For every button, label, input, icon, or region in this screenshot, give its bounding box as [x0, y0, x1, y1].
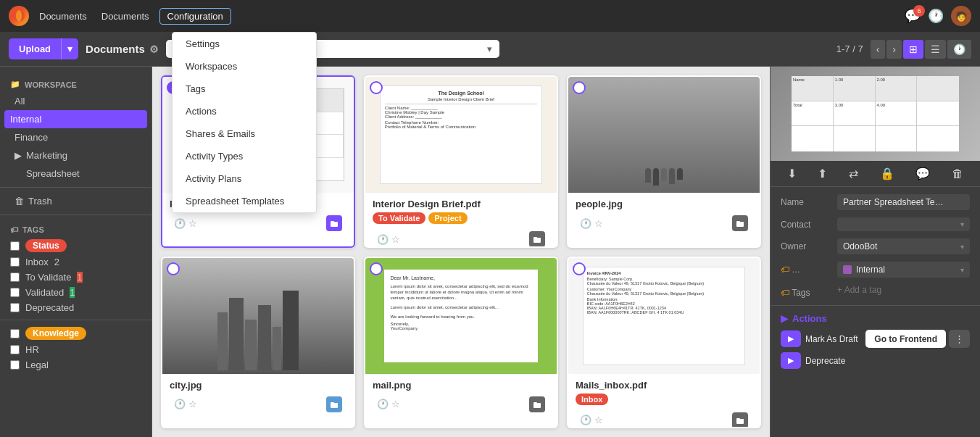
clock-action-icon-3[interactable]: 🕐 [174, 399, 186, 409]
next-page-btn[interactable]: › [886, 40, 902, 59]
tag-knowledge-checkbox[interactable] [10, 329, 20, 338]
folder-action-icon-4[interactable] [529, 396, 545, 412]
folder-action-icon-3[interactable] [326, 396, 342, 412]
clock-icon-btn[interactable]: 🕐 [928, 8, 944, 24]
nav-documents1[interactable]: Documents [35, 8, 91, 25]
menu-tags[interactable]: Tags [173, 78, 316, 100]
upload-label[interactable]: Upload [9, 38, 61, 59]
meta-name-value: Partner Spreadsheet Te… [837, 194, 970, 210]
tag-inbox-item[interactable]: Inbox 2 [0, 254, 151, 270]
folder-action-icon[interactable] [326, 215, 342, 231]
tag-to-validate-item[interactable]: To Validate 1 [0, 270, 151, 285]
doc-card-2[interactable]: people.jpg 🕐 ☆ [567, 75, 761, 248]
delete-btn[interactable]: 🗑 [952, 167, 963, 180]
tag-to-validate-checkbox[interactable] [10, 272, 20, 282]
tag-status-item[interactable]: Status [0, 237, 151, 254]
mark-as-draft-play-btn[interactable]: ▶ [781, 330, 801, 347]
sidebar-item-marketing[interactable]: ▶ Marketing [0, 146, 151, 165]
menu-activity-types[interactable]: Activity Types [173, 145, 316, 167]
prev-page-btn[interactable]: ‹ [871, 40, 886, 59]
tag-legal-checkbox[interactable] [10, 360, 20, 370]
sidebar-item-spreadsheet[interactable]: Spreadsheet [0, 165, 151, 183]
upload-dropdown-arrow[interactable]: ▾ [61, 38, 78, 59]
grid-view-btn[interactable]: ⊞ [903, 40, 923, 59]
tag-status-pill[interactable]: Status [25, 239, 67, 252]
tag-validated-item[interactable]: Validated 1 [0, 285, 151, 300]
tag-deprecated-item[interactable]: Deprecated [0, 300, 151, 315]
star-action-icon-4[interactable]: ☆ [391, 399, 400, 409]
replace-btn[interactable]: ⇄ [849, 167, 858, 180]
menu-activity-plans[interactable]: Activity Plans [173, 167, 316, 190]
chat-icon-btn[interactable]: 💬 6 [905, 8, 921, 24]
clock-action-icon[interactable]: 🕐 [174, 218, 186, 229]
clock-action-icon-4[interactable]: 🕐 [377, 399, 389, 409]
doc-check-2[interactable] [573, 81, 586, 94]
tag-hr-item[interactable]: HR [0, 342, 151, 357]
nav-configuration[interactable]: Configuration [159, 8, 231, 25]
doc-name-1: Interior Design Brief.pdf [373, 199, 549, 209]
folder-action-icon-1[interactable] [529, 231, 545, 247]
add-tag-input[interactable] [837, 285, 946, 295]
app-logo[interactable] [9, 6, 29, 26]
tag-status-checkbox[interactable] [10, 241, 20, 251]
star-action-icon-1[interactable]: ☆ [391, 234, 400, 245]
menu-settings[interactable]: Settings [173, 33, 316, 55]
tag-section-icon: 🏷 [10, 225, 18, 234]
doc-name-5: Mails_inbox.pdf [576, 380, 752, 391]
download-btn[interactable]: ⬇ [787, 167, 797, 180]
page-title-area: Documents ⚙ [86, 43, 159, 55]
nav-documents2[interactable]: Documents [97, 8, 154, 25]
doc-card-5[interactable]: Invoice #INV-2024 Beneficiary: Sample Co… [567, 257, 761, 429]
doc-card-1[interactable]: The Design School Sample Interior Design… [364, 75, 558, 248]
clock-action-icon-1[interactable]: 🕐 [377, 234, 389, 245]
share-btn[interactable]: ⬆ [818, 167, 827, 180]
meta-owner-value[interactable]: OdooBot ▾ [837, 238, 970, 254]
sidebar-item-internal[interactable]: Internal [4, 110, 147, 128]
sidebar-item-all[interactable]: All [0, 92, 151, 110]
folder-action-icon-5[interactable] [732, 412, 748, 428]
menu-spreadsheet-templates[interactable]: Spreadsheet Templates [173, 190, 316, 212]
menu-workspaces[interactable]: Workspaces [173, 55, 316, 78]
doc-check-3[interactable] [167, 262, 180, 275]
go-to-frontend-btn[interactable]: Go to Frontend [865, 330, 946, 348]
clock-action-icon-2[interactable]: 🕐 [580, 218, 591, 229]
folder-action-icon-2[interactable] [732, 215, 748, 231]
tag-knowledge-item[interactable]: Knowledge [0, 325, 151, 342]
tag-deprecated-checkbox[interactable] [10, 303, 20, 312]
doc-thumbnail-4: Dear Mr. Lastname, Lorem ipsum dolor sit… [365, 258, 557, 374]
star-action-icon-2[interactable]: ☆ [594, 218, 603, 229]
star-action-icon[interactable]: ☆ [188, 218, 197, 229]
tag-knowledge-pill[interactable]: Knowledge [25, 327, 86, 340]
doc-check-1[interactable] [370, 81, 383, 94]
clock-action-icon-5[interactable]: 🕐 [580, 415, 591, 425]
search-dropdown-icon[interactable]: ▾ [487, 43, 492, 54]
lock-btn[interactable]: 🔒 [880, 167, 894, 180]
user-avatar[interactable]: 🧑 [951, 6, 971, 26]
deprecate-play-btn[interactable]: ▶ [781, 352, 801, 369]
doc-card-3[interactable]: city.jpg 🕐 ☆ [161, 257, 355, 429]
sidebar-item-trash[interactable]: 🗑 Trash [0, 192, 151, 210]
tag-validated-checkbox[interactable] [10, 288, 20, 297]
upload-button[interactable]: Upload ▾ [9, 38, 78, 59]
tag-inbox-checkbox[interactable] [10, 257, 20, 267]
star-action-icon-3[interactable]: ☆ [188, 399, 197, 409]
sidebar-item-finance[interactable]: Finance [0, 128, 151, 146]
sidebar-label-finance: Finance [14, 132, 48, 143]
activity-view-btn[interactable]: 🕐 [947, 40, 971, 59]
menu-shares-emails[interactable]: Shares & Emails [173, 122, 316, 145]
doc-card-4[interactable]: Dear Mr. Lastname, Lorem ipsum dolor sit… [364, 257, 558, 429]
tag-hr-checkbox[interactable] [10, 345, 20, 354]
list-view-btn[interactable]: ☰ [925, 40, 946, 59]
star-action-icon-5[interactable]: ☆ [594, 415, 603, 425]
comment-btn[interactable]: 💬 [915, 167, 930, 180]
tag-legal-item[interactable]: Legal [0, 357, 151, 373]
action-more-btn[interactable]: ⋮ [949, 330, 970, 348]
actions-section-title[interactable]: ▶ Actions [781, 313, 970, 324]
meta-contact-value[interactable]: ▾ [837, 217, 970, 231]
doc-actions-3: 🕐 ☆ [170, 394, 346, 415]
menu-actions[interactable]: Actions [173, 100, 316, 122]
doc-check-5[interactable] [573, 262, 586, 275]
doc-check-4[interactable] [370, 262, 383, 275]
settings-gear-icon[interactable]: ⚙ [149, 43, 159, 55]
meta-folder-value[interactable]: Internal ▾ [837, 262, 970, 278]
